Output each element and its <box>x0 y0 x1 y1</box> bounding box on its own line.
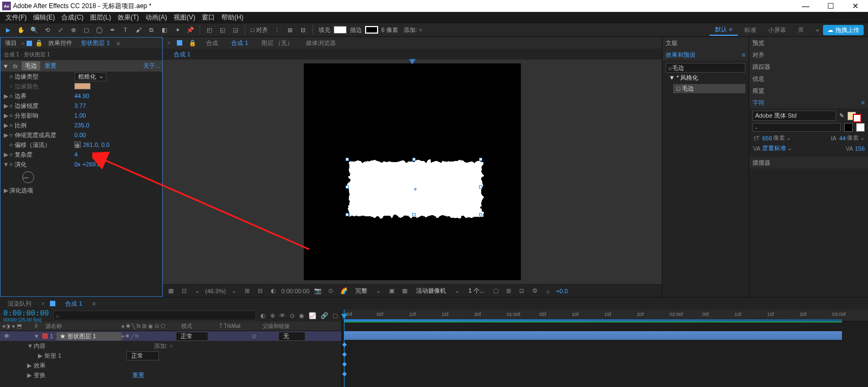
camera-dropdown[interactable]: 活动摄像机 <box>413 287 449 295</box>
grid-icon[interactable]: ⊞ <box>242 287 252 294</box>
anchor-tool-icon[interactable]: ⊕ <box>67 24 79 36</box>
panel-info[interactable]: 信息 <box>749 73 868 85</box>
layer-color-chip[interactable] <box>42 333 48 339</box>
menu-edit[interactable]: 编辑(E) <box>30 12 58 23</box>
snap-guide-icon[interactable]: ⊟ <box>297 24 309 36</box>
viewer-time[interactable]: 0:00:00:00 <box>282 288 310 294</box>
fx-name[interactable]: 毛边 <box>22 61 40 70</box>
mask-view-icon[interactable]: ◐ <box>269 287 278 294</box>
tab-render-queue[interactable]: 渲染队列 <box>3 299 36 309</box>
selection-tool-icon[interactable]: ▶ <box>2 24 14 36</box>
handle-br[interactable] <box>479 213 482 216</box>
guides-icon[interactable]: ⊟ <box>256 287 265 294</box>
tl-render-icon[interactable]: ▢ <box>333 312 338 319</box>
tl-graph-icon[interactable]: 📈 <box>309 312 316 319</box>
contents-add[interactable]: 添加: ○ <box>154 342 173 350</box>
zoom-tool-icon[interactable]: 🔍 <box>28 24 40 36</box>
channel-icon[interactable]: ⊡ <box>179 287 189 294</box>
clone-tool-icon[interactable]: ⧉ <box>145 24 157 36</box>
evolution-value[interactable]: 0x +269.0° <box>74 161 103 167</box>
offset-keyframe-nav[interactable]: ⊕ <box>74 141 81 148</box>
hand-tool-icon[interactable]: ✋ <box>15 24 27 36</box>
tl-opt1-icon[interactable]: ◐ <box>260 312 266 319</box>
workspace-standard[interactable]: 标准 <box>739 25 762 35</box>
lock-icon[interactable]: 🔒 <box>35 40 43 47</box>
visibility-icon[interactable]: 👁 <box>2 333 11 339</box>
fx-item-roughen[interactable]: □ 毛边 <box>673 84 745 93</box>
stroke-swatch[interactable] <box>365 26 378 34</box>
stroke-label[interactable]: 描边 <box>348 26 364 34</box>
complexity-value[interactable]: 4 <box>74 151 78 158</box>
rect-tool-icon[interactable]: ▢ <box>80 24 92 36</box>
kerning-value[interactable]: 度量标准 <box>762 144 786 152</box>
transform-group[interactable]: 变换 <box>34 371 46 379</box>
vbtn-icon[interactable]: ▢ <box>491 287 501 294</box>
shape-layer[interactable]: ◈ <box>347 159 481 215</box>
roto-tool-icon[interactable]: ✦ <box>171 24 183 36</box>
evolution-dial[interactable] <box>22 171 34 183</box>
tl-shy-icon[interactable]: 👁 <box>279 312 285 319</box>
edge-color-swatch[interactable] <box>74 83 91 89</box>
border-value[interactable]: 44.90 <box>74 93 90 99</box>
fx-reset[interactable]: 重置 <box>44 62 56 70</box>
vbtn2-icon[interactable]: ⊞ <box>504 287 514 294</box>
layer-name[interactable]: ★ 形状图层 1 <box>56 332 122 340</box>
maximize-button[interactable]: ☐ <box>818 0 843 12</box>
fractal-value[interactable]: 1.00 <box>74 112 86 119</box>
tl-opt3-icon[interactable]: ⊙ <box>290 312 295 319</box>
handle-bl[interactable] <box>346 213 349 216</box>
fx-search[interactable]: ⌕ × <box>666 63 745 73</box>
keyframe-icon[interactable] <box>342 343 347 347</box>
vbtn3-icon[interactable]: ⊡ <box>517 287 527 294</box>
minimize-button[interactable]: — <box>793 0 818 12</box>
scale-value[interactable]: 235.0 <box>74 122 90 128</box>
panel-effects-presets[interactable]: 效果和预设≡ <box>662 49 749 61</box>
text-tool-icon[interactable]: T <box>119 24 131 36</box>
brush-tool-icon[interactable]: 🖌 <box>132 24 144 36</box>
media-browser-tab[interactable]: 媒体浏览器 <box>303 38 339 48</box>
bezier-icon[interactable]: ◲ <box>229 24 241 36</box>
panel-align[interactable]: 对齐 <box>749 49 868 61</box>
transparency-icon[interactable]: ▦ <box>400 287 410 294</box>
leading-value[interactable]: 44 <box>839 135 846 141</box>
close-button[interactable]: ✕ <box>843 0 868 12</box>
panel-wiggler[interactable]: 摆摆器 <box>749 157 868 169</box>
layer-duration-bar[interactable] <box>344 331 842 340</box>
timeline-track-area[interactable]: :00f 05f 10f 15f 20f 01:00f 05f 10f 15f … <box>342 309 868 387</box>
contents-group[interactable]: 内容 <box>34 342 46 350</box>
color-mgmt-icon[interactable]: 🌈 <box>339 287 349 294</box>
vbtn4-icon[interactable]: ⚙ <box>530 287 540 294</box>
menu-window[interactable]: 窗口 <box>199 12 218 23</box>
rect-group[interactable]: 矩形 1 <box>44 352 61 360</box>
add-menu[interactable]: 添加: ○ <box>401 26 425 34</box>
tl-attach-icon[interactable]: 🔗 <box>321 312 328 319</box>
edge-type-dropdown[interactable]: 粗糙化 <box>74 72 106 81</box>
workspace-default[interactable]: 默认 ≡ <box>710 24 737 36</box>
tl-blur-icon[interactable]: ◉ <box>299 312 304 319</box>
tab-fx-layer[interactable]: 形状图层 1 <box>76 37 114 49</box>
mag-down-icon[interactable]: ⌄ <box>229 287 239 294</box>
parent-dropdown[interactable]: 无 <box>278 332 305 341</box>
timecode[interactable]: 0:00:00:00 <box>3 308 49 317</box>
handle-tr[interactable] <box>479 158 482 161</box>
effects-group[interactable]: 效果 <box>34 362 46 370</box>
panel-mask[interactable]: 摇篮 <box>749 85 868 96</box>
panel-preview[interactable]: 预览 <box>749 37 868 49</box>
upload-badge[interactable]: ☁ 拖拽上传 <box>823 25 864 35</box>
magnification[interactable]: (46.9%) <box>205 288 226 294</box>
keyframe-icon[interactable] <box>342 362 347 366</box>
handle-mr[interactable] <box>479 185 482 189</box>
show-snapshot-icon[interactable]: ⊙ <box>326 287 336 294</box>
transform-reset[interactable]: 重置 <box>132 371 144 379</box>
font-size-value[interactable]: 656 <box>762 135 772 141</box>
edge-sharp-value[interactable]: 3.77 <box>74 102 86 109</box>
stretch-value[interactable]: 0.00 <box>74 132 86 138</box>
workspace-library[interactable]: 库 <box>793 25 809 35</box>
snap-label[interactable]: □ 对齐 <box>248 26 270 34</box>
tab-fxctrl[interactable]: 效果控件 <box>44 37 76 49</box>
tab-comp-timeline[interactable]: 合成 1 <box>61 299 86 309</box>
stroke-width[interactable]: 6 像素 <box>379 26 400 34</box>
menu-layer[interactable]: 图层(L) <box>87 12 114 23</box>
blend-mode-dropdown[interactable]: 正常 <box>176 332 208 341</box>
ellipse-tool-icon[interactable]: ◯ <box>93 24 105 36</box>
